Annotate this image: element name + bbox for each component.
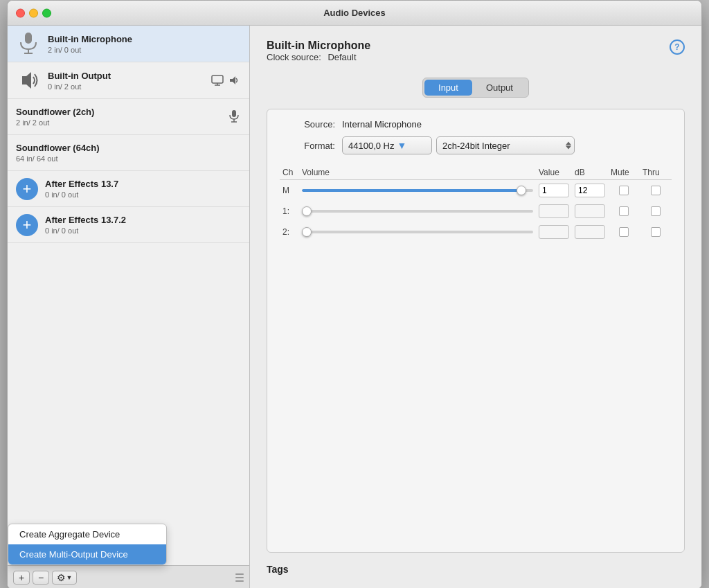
format-bitrate-value: 2ch-24bit Integer: [442, 141, 510, 151]
device-name-built-in-output: Built-in Output: [48, 71, 210, 81]
volume-slider-2[interactable]: [302, 226, 533, 238]
svg-rect-4: [212, 75, 223, 83]
tags-section: Tags: [267, 553, 685, 575]
device-badges-built-in-output: [210, 73, 241, 87]
remove-device-button[interactable]: −: [33, 571, 49, 585]
device-channels-soundflower-2ch: 2 in/ 2 out: [16, 118, 227, 127]
db-input-m[interactable]: [575, 184, 605, 197]
source-row: Source: Internal Microphone: [280, 119, 672, 130]
tags-label: Tags: [267, 564, 289, 575]
tab-input[interactable]: Input: [424, 80, 472, 96]
format-hz-value: 44100,0 Hz: [348, 141, 395, 151]
svg-rect-0: [25, 33, 32, 44]
volume-slider-1[interactable]: [302, 206, 533, 217]
dropdown-menu: Create Aggregate Device Create Multi-Out…: [8, 524, 167, 565]
table-row: M: [280, 180, 672, 202]
sidebar-item-built-in-microphone[interactable]: Built-in Microphone 2 in/ 0 out: [8, 26, 249, 62]
device-info-built-in-output: Built-in Output 0 in/ 2 out: [48, 71, 210, 91]
sidebar-item-soundflower-2ch[interactable]: Soundflower (2ch) 2 in/ 2 out: [8, 99, 249, 135]
chevron-down-icon: ▼: [66, 574, 73, 581]
device-channels-built-in-output: 0 in/ 2 out: [48, 82, 210, 91]
maximize-button[interactable]: [42, 8, 51, 17]
thru-checkbox-2[interactable]: [651, 227, 661, 237]
device-list: Built-in Microphone 2 in/ 0 out B: [8, 26, 249, 565]
device-name-soundflower-2ch: Soundflower (2ch): [16, 107, 227, 117]
speaker-badge-icon: [227, 73, 241, 87]
create-aggregate-item[interactable]: Create Aggregate Device: [8, 524, 166, 544]
device-info-after-effects-13-7-2: After Effects 13.7.2 0 in/ 0 out: [45, 215, 241, 235]
volume-slider-m[interactable]: [302, 185, 533, 196]
slider-thumb-1[interactable]: [302, 206, 312, 216]
mute-checkbox-m[interactable]: [619, 186, 629, 195]
row-mute-m: [608, 180, 640, 202]
add-device-button[interactable]: +: [13, 571, 30, 585]
sidebar-item-after-effects-13-7-2[interactable]: + After Effects 13.7.2 0 in/ 0 out: [8, 207, 249, 243]
table-row: 1:: [280, 201, 672, 222]
format-hz-select[interactable]: 44100,0 Hz ▼: [342, 136, 432, 154]
help-button[interactable]: ?: [670, 39, 685, 55]
db-input-1[interactable]: [575, 204, 605, 218]
device-channels-built-in-microphone: 2 in/ 0 out: [48, 46, 241, 54]
row-mute-1: [608, 201, 640, 222]
sidebar-item-built-in-output[interactable]: Built-in Output 0 in/ 2 out: [8, 62, 249, 99]
close-button[interactable]: [16, 8, 25, 17]
svg-rect-8: [232, 110, 236, 117]
sidebar-item-after-effects-13-7[interactable]: + After Effects 13.7 0 in/ 0 out: [8, 171, 249, 207]
svg-marker-3: [22, 72, 31, 89]
input-output-segmented-control: Input Output: [422, 78, 529, 98]
hz-dropdown-arrow: ▼: [397, 140, 407, 151]
slider-track-m: [302, 189, 533, 192]
clock-source-value: Default: [327, 52, 356, 62]
format-bitrate-select[interactable]: 2ch-24bit Integer: [436, 136, 575, 154]
slider-thumb-m[interactable]: [517, 186, 526, 195]
row-volume-m: [299, 180, 536, 202]
row-db-2: [572, 222, 608, 242]
panel-header: Built-in Microphone Clock source: Defaul…: [267, 39, 685, 73]
create-multi-output-item[interactable]: Create Multi-Output Device: [8, 544, 166, 564]
row-db-m: [572, 180, 608, 202]
main-window: Audio Devices Built-in: [7, 0, 702, 588]
value-input-m[interactable]: [539, 184, 569, 197]
bitrate-stepper-icon: [566, 142, 571, 150]
thru-checkbox-m[interactable]: [651, 186, 661, 195]
traffic-lights: [16, 8, 51, 17]
minimize-button[interactable]: [29, 8, 38, 17]
value-input-2[interactable]: [539, 225, 569, 239]
db-input-2[interactable]: [575, 225, 605, 239]
row-volume-1: [299, 201, 536, 222]
thru-checkbox-1[interactable]: [651, 206, 661, 216]
value-input-1[interactable]: [539, 204, 569, 218]
mute-checkbox-1[interactable]: [619, 206, 629, 216]
device-channels-soundflower-64ch: 64 in/ 64 out: [16, 154, 241, 163]
sidebar-item-soundflower-64ch[interactable]: Soundflower (64ch) 64 in/ 64 out: [8, 135, 249, 171]
row-thru-m: [640, 180, 672, 202]
device-info-built-in-microphone: Built-in Microphone 2 in/ 0 out: [48, 34, 241, 54]
volume-table: Ch Volume Value dB Mute Thru M: [280, 166, 672, 242]
row-ch-2: 2:: [280, 222, 299, 242]
panel-title: Built-in Microphone: [267, 39, 370, 52]
gear-menu-button[interactable]: ⚙ ▼: [52, 571, 77, 585]
row-thru-2: [640, 222, 672, 242]
sidebar-toolbar: + − ⚙ ▼: [8, 565, 249, 588]
clock-source-label: Clock source:: [267, 52, 321, 62]
mic-badge-icon-2ch: [227, 110, 241, 124]
row-ch-m: M: [280, 180, 299, 202]
device-channels-after-effects-13-7: 0 in/ 0 out: [45, 190, 241, 199]
source-value: Internal Microphone: [342, 119, 422, 130]
col-header-db: dB: [572, 166, 608, 180]
mute-checkbox-2[interactable]: [619, 227, 629, 237]
col-header-volume: Volume: [299, 166, 536, 180]
inner-panel: Source: Internal Microphone Format: 4410…: [267, 109, 685, 553]
device-name-soundflower-64ch: Soundflower (64ch): [16, 143, 241, 153]
device-badges-soundflower-2ch: [227, 110, 241, 124]
speaker-icon: [16, 68, 41, 93]
row-value-1: [536, 201, 572, 222]
slider-thumb-2[interactable]: [302, 227, 312, 237]
tab-output[interactable]: Output: [472, 80, 527, 96]
col-header-mute: Mute: [608, 166, 640, 180]
slider-fill-m: [302, 189, 521, 192]
format-label: Format:: [280, 141, 335, 151]
screen-badge-icon: [210, 73, 224, 87]
main-panel: Built-in Microphone Clock source: Defaul…: [250, 26, 701, 588]
drag-handle: [235, 573, 244, 582]
